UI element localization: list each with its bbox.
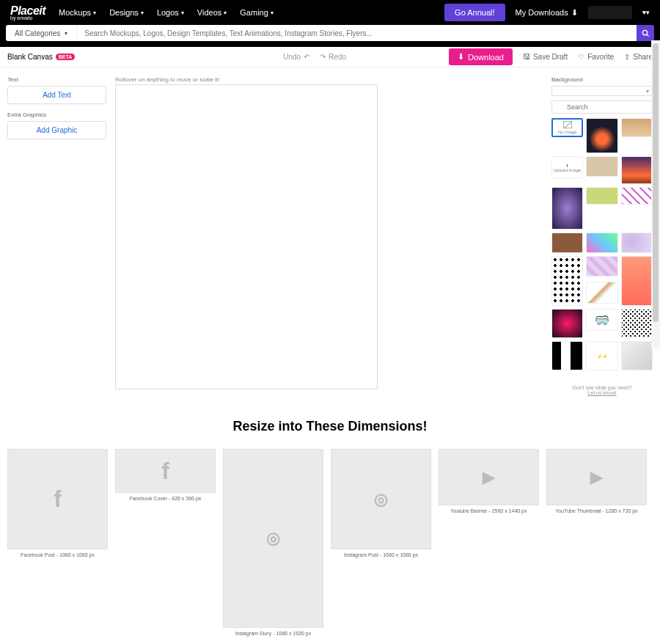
right-panel: Background ▾ ⌕ No Image ⬆Upload Image 🥽 — [551, 76, 653, 395]
undo-button[interactable]: Undo↶ — [283, 53, 309, 61]
background-select[interactable]: ▾ — [551, 86, 653, 96]
my-downloads-link[interactable]: My Downloads⬇ — [516, 8, 578, 18]
resize-item: ◎Instagram Post - 1080 x 1080 px — [331, 449, 431, 557]
resize-box[interactable]: ◎ — [331, 449, 431, 549]
bg-tile[interactable] — [586, 156, 617, 177]
resize-label: Youtube Banner - 2560 x 1440 px — [450, 508, 527, 513]
bg-tile[interactable] — [621, 341, 653, 370]
scroll-thumb[interactable] — [653, 43, 659, 322]
resize-box[interactable]: f — [7, 449, 108, 549]
bg-tile[interactable] — [586, 233, 617, 253]
share-button[interactable]: ⇪Share — [624, 53, 653, 61]
bg-tile[interactable] — [621, 233, 653, 253]
save-draft-button[interactable]: 🖫Save Draft — [523, 53, 568, 61]
text-section-label: Text — [7, 76, 106, 83]
bg-tile-no-image[interactable]: No Image — [551, 118, 583, 137]
bg-tile[interactable] — [551, 309, 583, 338]
resize-box[interactable]: ◎ — [223, 449, 323, 628]
scrollbar[interactable] — [651, 40, 660, 348]
chevron-down-icon: ▾ — [224, 10, 227, 16]
nav-logos[interactable]: Logos▾ — [157, 8, 184, 17]
share-icon: ⇪ — [624, 53, 630, 61]
platform-icon: f — [54, 486, 62, 513]
chevron-down-icon: ▾ — [65, 30, 67, 37]
search-input[interactable] — [76, 25, 637, 41]
favorite-button[interactable]: ♡Favorite — [578, 53, 614, 61]
search-icon — [642, 29, 650, 37]
bg-tile[interactable] — [586, 187, 617, 205]
resize-label: Instagram Post - 1080 x 1080 px — [344, 552, 418, 557]
user-menu-chevron-icon[interactable]: ♥▾ — [642, 9, 650, 16]
category-select[interactable]: All Categories▾ — [6, 25, 76, 41]
sub-bar: Blank Canvas BETA Undo↶ ↷Redo ⬇Download … — [0, 47, 660, 67]
bg-tile[interactable] — [586, 282, 617, 304]
resize-item: ◎Instagram Story - 1080 x 1920 px — [223, 449, 323, 636]
bg-tile[interactable] — [551, 187, 583, 230]
download-button[interactable]: ⬇Download — [449, 48, 513, 65]
no-image-icon — [563, 121, 572, 128]
platform-icon: ▶ — [590, 468, 603, 487]
save-icon: 🖫 — [523, 53, 530, 61]
resize-label: Facebook Post - 1080 x 1080 px — [21, 552, 95, 557]
go-annual-button[interactable]: Go Annual! — [444, 4, 505, 21]
bg-tile[interactable]: ⚡⚡ — [586, 341, 617, 370]
resize-box[interactable]: f — [115, 449, 216, 493]
user-menu[interactable] — [588, 6, 632, 19]
platform-icon: ◎ — [374, 490, 388, 509]
bg-tile[interactable] — [621, 256, 653, 306]
svg-line-1 — [646, 34, 648, 36]
search-row: All Categories▾ — [0, 25, 660, 47]
resize-grid: fFacebook Post - 1080 x 1080 pxfFacebook… — [7, 449, 653, 636]
bg-tile[interactable] — [621, 118, 653, 137]
platform-icon: ◎ — [266, 529, 280, 548]
bg-tile[interactable] — [621, 309, 653, 338]
heart-icon: ♡ — [578, 53, 584, 61]
download-icon: ⬇ — [458, 52, 464, 62]
download-icon: ⬇ — [571, 8, 578, 18]
bg-tile[interactable] — [551, 256, 583, 306]
canvas-tip: Rollover on anything to move or scale it… — [115, 76, 543, 83]
bg-tile[interactable] — [551, 233, 583, 253]
platform-icon: f — [161, 458, 169, 485]
chevron-down-icon: ▾ — [93, 10, 96, 16]
nav-designs[interactable]: Designs▾ — [109, 8, 144, 17]
nav-mockups[interactable]: Mockups▾ — [59, 8, 96, 17]
redo-button[interactable]: ↷Redo — [320, 53, 346, 61]
resize-item: ▶YouTube Thumbnail - 1280 x 720 px — [546, 449, 647, 513]
background-search-input[interactable] — [551, 100, 653, 114]
undo-icon: ↶ — [304, 53, 309, 61]
resize-label: Instagram Story - 1080 x 1920 px — [235, 631, 312, 636]
svg-point-0 — [642, 30, 647, 34]
left-panel: Text Add Text Extra Graphics Add Graphic — [7, 76, 106, 395]
add-graphic-button[interactable]: Add Graphic — [7, 121, 106, 139]
top-nav: Placeit by envato Mockups▾ Designs▾ Logo… — [0, 0, 660, 25]
nav-gaming[interactable]: Gaming▾ — [240, 8, 274, 17]
page-title: Blank Canvas BETA — [7, 53, 75, 61]
resize-section: Resize into These Dimensions! fFacebook … — [0, 404, 660, 644]
logo[interactable]: Placeit by envato — [10, 4, 45, 21]
bg-tile[interactable]: 🥽 — [586, 309, 617, 331]
canvas-area: Rollover on anything to move or scale it… — [115, 76, 543, 395]
resize-box[interactable]: ▶ — [546, 449, 647, 505]
nav-videos[interactable]: Videos▾ — [197, 8, 227, 17]
resize-label: YouTube Thumbnail - 1280 x 720 px — [555, 508, 637, 513]
resize-box[interactable]: ▶ — [439, 449, 539, 505]
let-us-know-link[interactable]: Let us know! — [587, 390, 616, 395]
add-text-button[interactable]: Add Text — [7, 86, 106, 104]
beta-badge: BETA — [56, 54, 76, 60]
bg-tile[interactable] — [621, 187, 653, 205]
background-footer: Don't see what you need? Let us know! — [551, 385, 653, 395]
bg-tile[interactable] — [551, 341, 583, 370]
chevron-down-icon: ▾ — [271, 10, 274, 16]
bg-tile-upload[interactable]: ⬆Upload Image — [551, 156, 583, 178]
resize-item: fFacebook Cover - 820 x 360 px — [115, 449, 216, 501]
background-grid: No Image ⬆Upload Image 🥽 ⚡⚡ — [551, 118, 653, 370]
chevron-down-icon: ▾ — [141, 10, 144, 16]
bg-tile[interactable] — [586, 256, 617, 277]
bg-tile[interactable] — [621, 156, 653, 184]
canvas[interactable] — [115, 84, 378, 389]
resize-item: ▶Youtube Banner - 2560 x 1440 px — [439, 449, 539, 513]
bg-tile[interactable] — [586, 118, 617, 153]
search-button[interactable] — [637, 25, 654, 41]
editor: Text Add Text Extra Graphics Add Graphic… — [0, 67, 660, 404]
